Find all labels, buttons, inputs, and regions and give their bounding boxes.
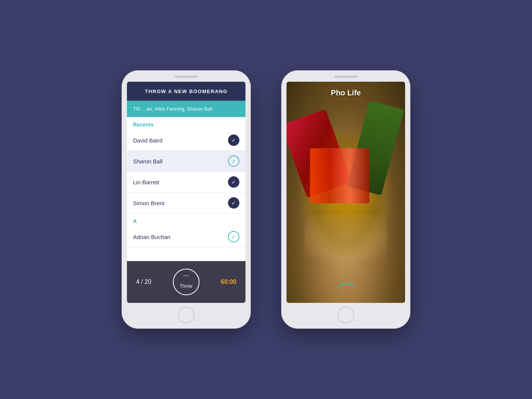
checkmark-adrian: ✓: [231, 234, 236, 240]
contact-row-sharon[interactable]: Sharon Ball ✓: [127, 151, 245, 172]
boomerang-icon: ⌒: [182, 275, 190, 283]
throw-label: Throw: [180, 283, 192, 289]
contact-row-adrian[interactable]: Adrian Buchan ✓: [127, 226, 245, 247]
alpha-a-label: A: [127, 214, 245, 226]
bowl-background: [287, 82, 405, 303]
to-bar-text: TO: ...ter, Mick Fanning, Sharon Ball: [133, 106, 212, 112]
contact-row-lin[interactable]: Lin Barrett ✓: [127, 172, 245, 193]
phone-2: Pho Life: [281, 70, 410, 329]
check-adrian[interactable]: ✓: [228, 231, 239, 242]
food-layer-bowl: [304, 214, 387, 258]
contact-row-david[interactable]: David Baird ✓: [127, 130, 245, 151]
food-layer-sauce: [310, 148, 369, 204]
food-screen: Pho Life: [287, 82, 405, 303]
food-boomerang-icon[interactable]: [336, 279, 355, 291]
food-image: [287, 82, 405, 303]
contact-row-simon[interactable]: Simon Brent ✓: [127, 193, 245, 214]
throw-bar: 4 / 20 ⌒ Throw 60:00: [127, 261, 245, 303]
food-title-container: Pho Life: [287, 82, 405, 104]
contact-name-simon: Simon Brent: [133, 200, 165, 206]
phone-2-speaker: [334, 76, 357, 78]
check-simon[interactable]: ✓: [228, 197, 239, 209]
check-sharon[interactable]: ✓: [228, 155, 239, 167]
check-david[interactable]: ✓: [228, 135, 239, 146]
screen-title: THROW A NEW BOOMERANG: [145, 89, 228, 94]
recents-label: Recents: [127, 117, 245, 130]
checkmark-david: ✓: [231, 137, 236, 143]
phone-2-home-button[interactable]: [337, 307, 354, 323]
recents-section: Recents David Baird ✓ Sharon Ball ✓ Lin …: [127, 117, 245, 261]
contact-name-sharon: Sharon Ball: [133, 158, 163, 165]
throw-bar-content: 4 / 20 ⌒ Throw 60:00: [127, 261, 245, 303]
screen-header: THROW A NEW BOOMERANG: [127, 82, 245, 101]
phone-1-screen: THROW A NEW BOOMERANG TO: ...ter, Mick F…: [127, 82, 245, 303]
throw-count: 4 / 20: [136, 279, 151, 285]
phone-1-home-button[interactable]: [178, 307, 195, 323]
contact-name-lin: Lin Barrett: [133, 179, 159, 185]
checkmark-lin: ✓: [231, 179, 236, 185]
food-title: Pho Life: [331, 89, 361, 97]
checkmark-sharon: ✓: [231, 158, 236, 164]
check-lin[interactable]: ✓: [228, 176, 239, 188]
alpha-section: A Adrian Buchan ✓: [127, 214, 245, 247]
phone-1: THROW A NEW BOOMERANG TO: ...ter, Mick F…: [122, 70, 251, 329]
contact-name-adrian: Adrian Buchan: [133, 234, 170, 240]
contact-name-david: David Baird: [133, 137, 163, 144]
throw-button[interactable]: ⌒ Throw: [173, 269, 200, 295]
to-bar[interactable]: TO: ...ter, Mick Fanning, Sharon Ball: [127, 101, 245, 117]
phone-1-speaker: [175, 76, 198, 78]
throw-timer: 60:00: [221, 279, 236, 285]
checkmark-simon: ✓: [231, 200, 236, 206]
